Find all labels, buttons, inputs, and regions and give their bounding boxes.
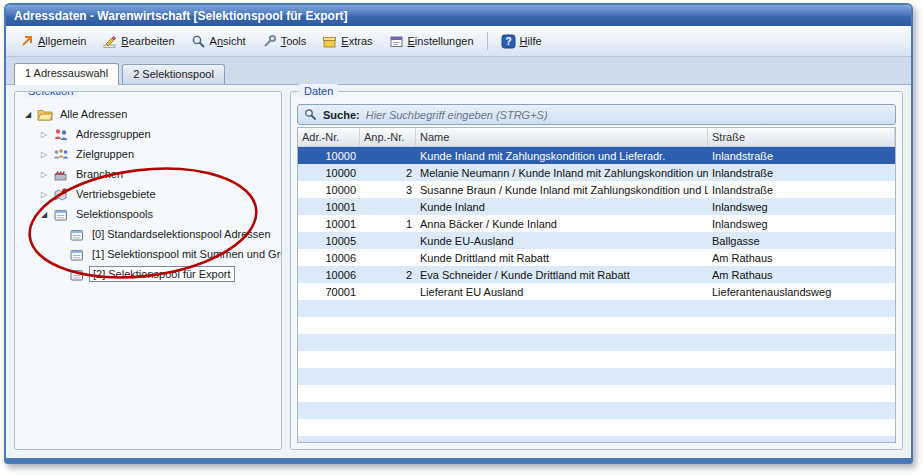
cell-strasse: Inlandstraße xyxy=(708,150,895,162)
column-header-name[interactable]: Name xyxy=(416,128,708,146)
menu-item-extras[interactable]: Extras xyxy=(315,31,379,52)
menu-item-label: Allgemein xyxy=(38,35,86,47)
folder-open-icon xyxy=(37,107,53,122)
expander-collapsed-icon[interactable] xyxy=(39,148,49,160)
expander-expanded-icon[interactable] xyxy=(23,108,33,120)
card-file-icon xyxy=(53,207,69,222)
cell-adr-nr: 10000 xyxy=(298,184,360,196)
search-bar[interactable]: Suche: Hier Suchbegriff eingeben (STRG+S… xyxy=(297,104,896,125)
cell-anp-nr: 3 xyxy=(360,184,416,196)
magnifier-icon xyxy=(191,34,206,49)
menu-item-tools[interactable]: Tools xyxy=(255,31,314,52)
card-file-icon xyxy=(69,247,85,262)
tree-item-pool-0[interactable]: [0] Standardselektionspool Adressen xyxy=(19,224,277,244)
menu-item-hilfe[interactable]: ? Hilfe xyxy=(494,31,549,52)
tree-item-label: [2] Selektionspool für Export xyxy=(89,266,235,282)
window-title: Adressdaten - Warenwirtschaft [Selektion… xyxy=(14,9,348,23)
table-row[interactable]: 10006 Kunde Drittland mit Rabatt Am Rath… xyxy=(298,249,895,266)
cell-strasse: Am Rathaus xyxy=(708,252,895,264)
selektion-panel-title: Selektion xyxy=(23,91,78,98)
menu-item-bearbeiten[interactable]: Bearbeiten xyxy=(95,31,181,52)
menu-item-allgemein[interactable]: Allgemein xyxy=(12,31,93,52)
table-row[interactable]: 10000 Kunde Inland mit Zahlungskondition… xyxy=(298,147,895,164)
cell-strasse: Am Rathaus xyxy=(708,269,895,281)
selection-tree: Alle Adressen Adressgruppen Zielgruppen xyxy=(19,104,277,284)
menu-item-label: Einstellungen xyxy=(408,35,474,47)
expander-expanded-icon[interactable] xyxy=(39,208,49,220)
toolbar-divider xyxy=(487,32,488,50)
content-area: Selektion Alle Adressen Adressgruppen xyxy=(6,85,911,458)
pencil-icon xyxy=(102,34,117,49)
cell-name: Kunde Inland mit Zahlungskondition und L… xyxy=(416,150,708,162)
cell-strasse: Ballgasse xyxy=(708,235,895,247)
tree-item-vertriebsgebiete[interactable]: Vertriebsgebiete xyxy=(19,184,277,204)
tree-item-label: Adressgruppen xyxy=(73,127,154,141)
search-label: Suche: xyxy=(323,109,360,121)
cell-adr-nr: 10005 xyxy=(298,235,360,247)
arrow-up-right-icon xyxy=(19,34,34,49)
table-row[interactable]: 70001 Lieferant EU Ausland Lieferantenau… xyxy=(298,283,895,300)
empty-rows-area xyxy=(298,300,895,442)
daten-panel-title: Daten xyxy=(299,84,338,98)
expander-collapsed-icon[interactable] xyxy=(39,168,49,180)
cell-adr-nr: 10001 xyxy=(298,201,360,213)
menu-item-label: Hilfe xyxy=(520,35,542,47)
cell-adr-nr: 70001 xyxy=(298,286,360,298)
card-file-icon xyxy=(69,227,85,242)
target-groups-icon xyxy=(53,147,69,162)
table-row[interactable]: 10001 1 Anna Bäcker / Kunde Inland Inlan… xyxy=(298,215,895,232)
sales-territories-icon xyxy=(53,187,69,202)
cell-adr-nr: 10001 xyxy=(298,218,360,230)
title-bar[interactable]: Adressdaten - Warenwirtschaft [Selektion… xyxy=(6,5,911,26)
cell-adr-nr: 10006 xyxy=(298,252,360,264)
tree-item-alle-adressen[interactable]: Alle Adressen xyxy=(19,104,277,124)
table-row[interactable]: 10006 2 Eva Schneider / Kunde Drittland … xyxy=(298,266,895,283)
menu-item-label: Ansicht xyxy=(210,35,246,47)
cell-anp-nr: 2 xyxy=(360,167,416,179)
tab-bar: 1 Adressauswahl 2 Selektionspool xyxy=(6,57,911,85)
cell-anp-nr: 1 xyxy=(360,218,416,230)
menu-item-einstellungen[interactable]: Einstellungen xyxy=(382,31,481,52)
cell-name: Lieferant EU Ausland xyxy=(416,286,708,298)
tree-item-zielgruppen[interactable]: Zielgruppen xyxy=(19,144,277,164)
column-header-strasse[interactable]: Straße xyxy=(708,128,895,146)
tree-item-label: Zielgruppen xyxy=(73,147,137,161)
app-window: Adressdaten - Warenwirtschaft [Selektion… xyxy=(4,3,913,464)
cell-name: Kunde Inland xyxy=(416,201,708,213)
tree-item-label: [1] Selektionspool mit Summen und Grupp xyxy=(89,247,282,261)
menu-item-label: Tools xyxy=(281,35,307,47)
tree-item-branchen[interactable]: Branchen xyxy=(19,164,277,184)
tab-selektionspool[interactable]: 2 Selektionspool xyxy=(122,64,225,84)
table-row[interactable]: 10000 2 Melanie Neumann / Kunde Inland m… xyxy=(298,164,895,181)
address-groups-icon xyxy=(53,127,69,142)
tree-item-label: Selektionspools xyxy=(73,207,156,221)
tree-item-label: [0] Standardselektionspool Adressen xyxy=(89,227,274,241)
search-input[interactable]: Hier Suchbegriff eingeben (STRG+S) xyxy=(366,109,548,121)
tree-item-pool-1[interactable]: [1] Selektionspool mit Summen und Grupp xyxy=(19,244,277,264)
menu-bar: Allgemein Bearbeiten Ansicht Tools Extra… xyxy=(6,26,911,57)
cell-strasse: Inlandsweg xyxy=(708,218,895,230)
cell-adr-nr: 10006 xyxy=(298,269,360,281)
menu-item-ansicht[interactable]: Ansicht xyxy=(184,31,253,52)
selektion-panel: Selektion Alle Adressen Adressgruppen xyxy=(14,91,282,450)
column-header-anp-nr[interactable]: Anp.-Nr. xyxy=(360,128,416,146)
tree-item-label: Branchen xyxy=(73,167,126,181)
tab-adressauswahl[interactable]: 1 Adressauswahl xyxy=(14,63,119,85)
tree-item-selektionspools[interactable]: Selektionspools xyxy=(19,204,277,224)
box-icon xyxy=(322,34,337,49)
cell-adr-nr: 10000 xyxy=(298,150,360,162)
help-icon: ? xyxy=(501,34,516,49)
table-row[interactable]: 10001 Kunde Inland Inlandsweg xyxy=(298,198,895,215)
table-row[interactable]: 10000 3 Susanne Braun / Kunde Inland mit… xyxy=(298,181,895,198)
tree-item-adressgruppen[interactable]: Adressgruppen xyxy=(19,124,277,144)
cell-strasse: Inlandstraße xyxy=(708,167,895,179)
cell-name: Eva Schneider / Kunde Drittland mit Raba… xyxy=(416,269,708,281)
tree-item-pool-2-selected[interactable]: [2] Selektionspool für Export xyxy=(19,264,277,284)
svg-text:?: ? xyxy=(505,36,511,47)
expander-collapsed-icon[interactable] xyxy=(39,128,49,140)
cell-strasse: Inlandsweg xyxy=(708,201,895,213)
table-row[interactable]: 10005 Kunde EU-Ausland Ballgasse xyxy=(298,232,895,249)
expander-collapsed-icon[interactable] xyxy=(39,188,49,200)
column-header-adr-nr[interactable]: Adr.-Nr. xyxy=(298,128,360,146)
menu-item-label: Extras xyxy=(341,35,372,47)
